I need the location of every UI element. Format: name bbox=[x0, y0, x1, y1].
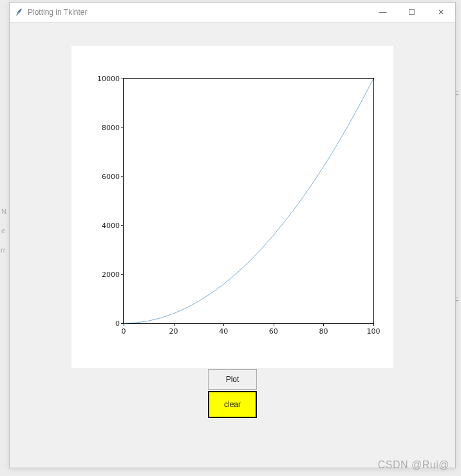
window-title: Plotting in Tkinter bbox=[28, 8, 88, 17]
x-tick-label: 60 bbox=[269, 327, 278, 336]
app-window: Plotting in Tkinter — ☐ ✕ 0 2000 4000 60… bbox=[9, 2, 456, 468]
matplotlib-canvas: 0 2000 4000 6000 8000 10000 0 20 40 60 8… bbox=[71, 46, 393, 368]
bg-fragment: rr bbox=[1, 246, 5, 254]
bg-fragment: e bbox=[1, 227, 5, 234]
x-tick-label: 20 bbox=[169, 327, 178, 336]
x-tick-label: 40 bbox=[219, 327, 228, 336]
y-tick-label: 8000 bbox=[102, 124, 120, 132]
chart-line bbox=[124, 79, 373, 323]
y-tick-label: 10000 bbox=[97, 75, 120, 83]
feather-icon bbox=[15, 8, 24, 17]
x-tick-label: 0 bbox=[122, 327, 126, 336]
button-stack: Plot clear bbox=[208, 369, 257, 418]
client-area: 0 2000 4000 6000 8000 10000 0 20 40 60 8… bbox=[10, 23, 455, 468]
titlebar[interactable]: Plotting in Tkinter — ☐ ✕ bbox=[10, 3, 455, 23]
plot-button[interactable]: Plot bbox=[208, 369, 257, 390]
maximize-button[interactable]: ☐ bbox=[397, 3, 426, 22]
bg-fragment: N bbox=[1, 207, 6, 215]
watermark-text: CSDN @Rui@ bbox=[378, 459, 449, 471]
y-tick-label: 4000 bbox=[102, 222, 120, 230]
y-tick-label: 6000 bbox=[102, 173, 120, 181]
x-tick-label: 100 bbox=[367, 327, 381, 336]
y-tick-label: 2000 bbox=[102, 271, 120, 279]
close-button[interactable]: ✕ bbox=[426, 3, 455, 22]
x-tick-label: 80 bbox=[319, 327, 328, 336]
y-tick-label: 0 bbox=[115, 319, 120, 328]
minimize-button[interactable]: — bbox=[368, 3, 397, 22]
chart-axes: 0 2000 4000 6000 8000 10000 0 20 40 60 8… bbox=[123, 78, 374, 324]
clear-button[interactable]: clear bbox=[208, 391, 257, 418]
